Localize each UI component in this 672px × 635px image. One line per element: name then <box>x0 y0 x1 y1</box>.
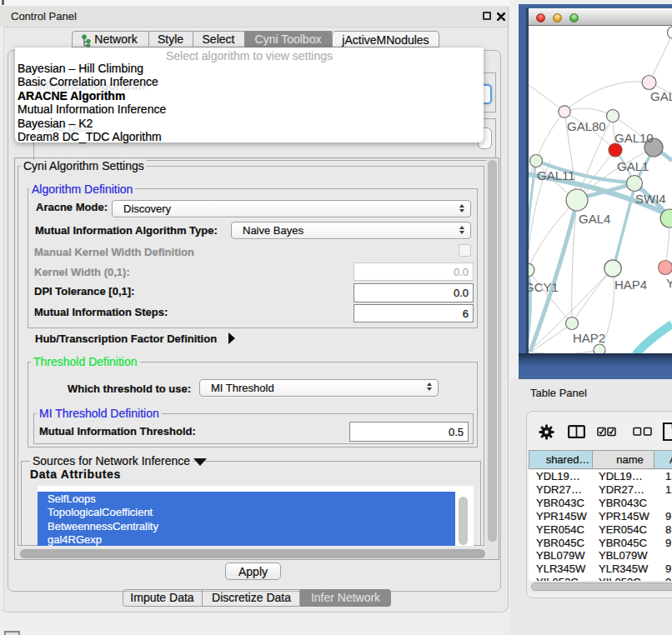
svg-text:GAL7: GAL7 <box>650 89 672 103</box>
svg-text:GAL1: GAL1 <box>617 159 649 173</box>
svg-text:GAL80: GAL80 <box>567 119 606 133</box>
svg-text:GAL11: GAL11 <box>537 168 575 182</box>
svg-text:GAL4: GAL4 <box>579 212 610 226</box>
svg-text:HAP4: HAP4 <box>614 278 647 292</box>
svg-text:Y: Y <box>666 276 672 290</box>
svg-text:SWI4: SWI4 <box>635 192 666 206</box>
svg-text:HAP2: HAP2 <box>573 331 605 345</box>
svg-text:GAL10: GAL10 <box>614 131 654 145</box>
svg-text:GCY1: GCY1 <box>529 280 559 294</box>
